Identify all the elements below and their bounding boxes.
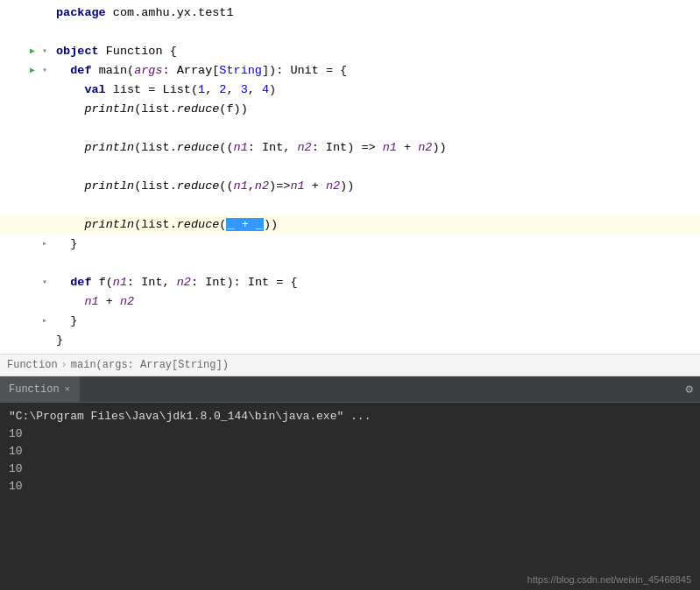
breadcrumb-item-2[interactable]: main(args: Array[String]) (71, 359, 229, 371)
code-line-9 (0, 158, 700, 177)
code-line-13: ▸ } (0, 235, 700, 254)
terminal-tab-bar: Function × ⚙ (0, 376, 700, 403)
line-content-8: println(list.reduce((n1: Int, n2: Int) =… (51, 138, 447, 158)
terminal-output-line-4: 10 (9, 478, 691, 495)
watermark: https://blog.csdn.net/weixin_45468845 (527, 574, 691, 585)
breadcrumb-item-1[interactable]: Function (7, 359, 58, 371)
code-line-3: ▶ ▾ object Function { (0, 42, 700, 61)
line-content-10: println(list.reduce((n1,n2)=>n1 + n2)) (51, 177, 354, 196)
terminal-output-line-3: 10 (9, 460, 691, 478)
breadcrumb-bar: Function › main(args: Array[String]) (0, 354, 700, 376)
code-line-10: println(list.reduce((n1,n2)=>n1 + n2)) (0, 177, 700, 196)
fold-icon-17[interactable]: ▸ (39, 312, 51, 331)
fold-icon-15[interactable]: ▾ (39, 273, 51, 292)
code-line-7 (0, 119, 700, 138)
code-line-2 (0, 23, 700, 42)
terminal-area[interactable]: Function × ⚙ "C:\Program Files\Java\jdk1… (0, 376, 700, 590)
breadcrumb-separator: › (61, 359, 67, 371)
code-line-8: println(list.reduce((n1: Int, n2: Int) =… (0, 138, 700, 158)
line-content-6: println(list.reduce(f)) (51, 100, 248, 119)
line-content-18: } (51, 331, 63, 350)
line-content-1: package com.amhu.yx.test1 (51, 4, 234, 23)
line-content-3: object Function { (51, 42, 177, 61)
fold-icon-4[interactable]: ▾ (39, 61, 51, 81)
terminal-close-button[interactable]: × (65, 384, 71, 395)
code-lines: package com.amhu.yx.test1 ▶ ▾ object Fun… (0, 0, 700, 354)
line-content-17: } (51, 312, 77, 331)
terminal-output: "C:\Program Files\Java\jdk1.8.0_144\bin\… (0, 403, 700, 590)
code-line-14 (0, 254, 700, 273)
run-icon-4[interactable]: ▶ (26, 61, 39, 81)
code-line-4: ▶ ▾ def main(args: Array[String]): Unit … (0, 61, 700, 81)
fold-icon-13[interactable]: ▸ (39, 235, 51, 254)
code-line-17: ▸ } (0, 312, 700, 331)
code-line-6: println(list.reduce(f)) (0, 100, 700, 119)
fold-icon-3[interactable]: ▾ (39, 42, 51, 61)
terminal-gear-icon[interactable]: ⚙ (686, 382, 693, 397)
code-line-12: println(list.reduce(_ + _)) (0, 215, 700, 235)
line-content-5: val list = List(1, 2, 3, 4) (51, 81, 276, 100)
line-content-16: n1 + n2 (51, 292, 134, 312)
run-icon-3[interactable]: ▶ (26, 42, 39, 61)
code-line-18: } (0, 331, 700, 350)
code-line-15: ▾ def f(n1: Int, n2: Int): Int = { (0, 273, 700, 292)
terminal-tab-label: Function (9, 383, 60, 396)
code-line-16: n1 + n2 (0, 292, 700, 312)
line-content-15: def f(n1: Int, n2: Int): Int = { (51, 273, 298, 292)
terminal-command-line: "C:\Program Files\Java\jdk1.8.0_144\bin\… (9, 408, 691, 425)
line-content-4: def main(args: Array[String]): Unit = { (51, 61, 347, 81)
terminal-tab[interactable]: Function × (0, 376, 80, 402)
terminal-output-line-1: 10 (9, 425, 691, 443)
code-editor[interactable]: package com.amhu.yx.test1 ▶ ▾ object Fun… (0, 0, 700, 354)
terminal-output-line-2: 10 (9, 443, 691, 460)
line-content-13: } (51, 235, 77, 254)
line-content-12: println(list.reduce(_ + _)) (51, 215, 278, 235)
code-line-11 (0, 196, 700, 215)
code-line-5: val list = List(1, 2, 3, 4) (0, 81, 700, 100)
code-line-1: package com.amhu.yx.test1 (0, 4, 700, 23)
